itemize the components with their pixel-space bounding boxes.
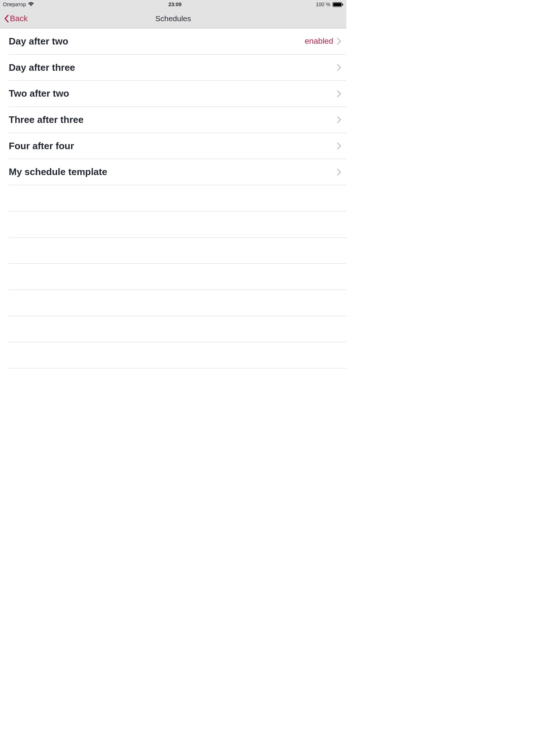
empty-row [9,238,346,264]
status-right: 100 % [316,1,343,7]
battery-percent-label: 100 % [316,1,330,7]
row-right: enabled [305,36,341,46]
schedule-row[interactable]: Day after twoenabled [9,28,346,55]
schedule-row-title: Two after two [9,88,69,99]
schedule-row[interactable]: Three after three [9,107,346,133]
row-right [337,142,341,150]
schedule-row[interactable]: Day after three [9,55,346,81]
empty-row [9,185,346,212]
empty-row [9,316,346,342]
schedule-row[interactable]: My schedule template [9,159,346,185]
empty-row [9,212,346,238]
chevron-right-icon [337,90,341,97]
status-time: 23:09 [168,1,182,7]
status-bar: Оператор 23:09 100 % [0,0,346,9]
chevron-right-icon [337,38,341,45]
row-right [337,64,341,71]
back-button[interactable]: Back [0,14,28,23]
wifi-icon [28,2,34,7]
back-label: Back [10,14,28,23]
schedule-row-title: Four after four [9,140,74,152]
status-left: Оператор [3,1,34,7]
schedule-row-title: Day after three [9,62,75,73]
schedule-row-title: Three after three [9,114,83,125]
row-right [337,116,341,123]
schedule-list: Day after twoenabledDay after threeTwo a… [0,28,346,368]
svg-rect-2 [342,4,343,5]
row-right [337,90,341,97]
svg-rect-1 [333,3,341,6]
chevron-left-icon [4,14,9,23]
row-right [337,169,341,176]
schedule-row-title: My schedule template [9,166,107,178]
schedule-row[interactable]: Four after four [9,133,346,159]
empty-row [9,342,346,368]
chevron-right-icon [337,169,341,176]
chevron-right-icon [337,142,341,150]
empty-row [9,264,346,290]
page-title: Schedules [155,14,191,23]
nav-bar: Back Schedules [0,9,346,28]
schedule-row-title: Day after two [9,36,68,47]
empty-row [9,290,346,316]
carrier-label: Оператор [3,1,26,7]
schedule-status-label: enabled [305,36,333,46]
chevron-right-icon [337,116,341,123]
battery-icon [332,2,343,7]
schedule-row[interactable]: Two after two [9,81,346,107]
chevron-right-icon [337,64,341,71]
